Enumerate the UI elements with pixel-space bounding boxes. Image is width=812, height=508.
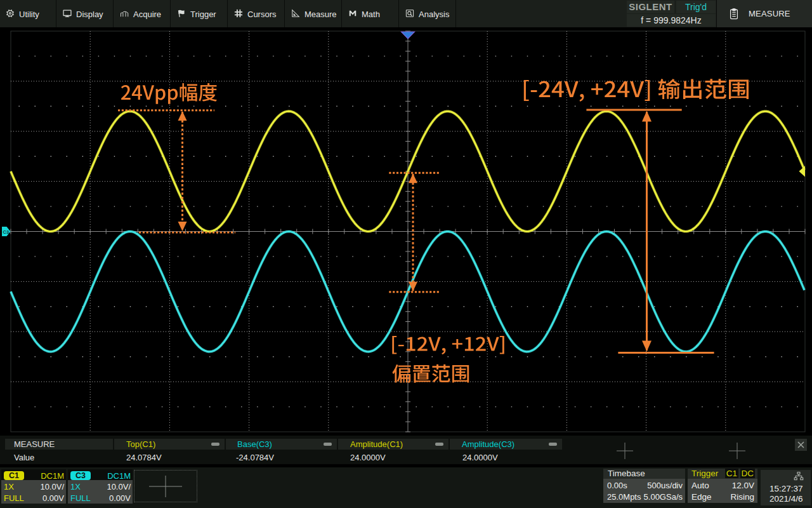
svg-text:C3: C3 xyxy=(3,229,10,235)
